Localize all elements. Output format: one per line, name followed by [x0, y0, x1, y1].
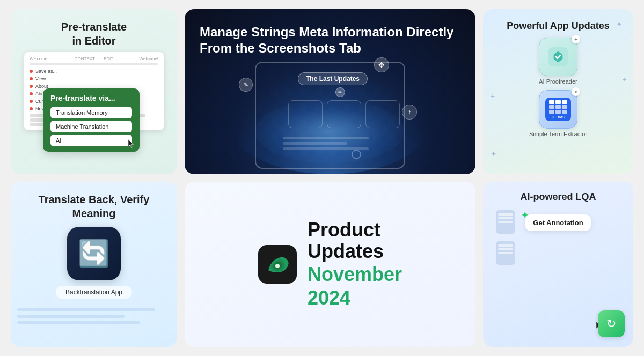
powerful-title: Powerful App Updates — [507, 20, 609, 32]
proofreader-icon — [546, 45, 570, 69]
cursor-icon — [128, 139, 135, 149]
app-terms-col: TERMS ✦ Simple Term Extractor — [529, 90, 587, 137]
terms-icon: TERMS — [545, 98, 571, 121]
main-container: Pre-translate in Editor Welcome! CONTEXT… — [11, 9, 633, 347]
pt2: Updates — [308, 240, 384, 262]
main-title: Manage Strings Meta Information Directly… — [200, 24, 460, 56]
pretranslate-title: Pre-translate in Editor — [11, 9, 177, 48]
main-text: Manage Strings Meta Information Directly… — [185, 9, 475, 56]
edit-icon: ✎ — [239, 78, 253, 92]
ui-box-1 — [288, 100, 323, 128]
translate-label: Backtranslation App — [56, 286, 132, 299]
lqa-doc-2 — [496, 241, 515, 265]
lqa-title: AI-powered LQA — [520, 191, 596, 203]
dropdown-title: Pre-translate via... — [50, 94, 132, 102]
card-lqa: AI-powered LQA ✦ Get Annotation — [483, 182, 633, 347]
dropdown-item-mt[interactable]: Machine Translation — [50, 121, 132, 132]
proofreader-plus: ✦ — [572, 35, 580, 43]
app-proofreader-box: ✦ — [539, 38, 577, 76]
sparkle-tr: ✦ — [616, 20, 623, 28]
bg-lines — [11, 304, 177, 347]
dropdown-item-ai[interactable]: AI — [50, 135, 132, 146]
app-proofreader-col: ✦ AI Proofreader — [539, 38, 577, 85]
ui-inner-boxes — [288, 100, 400, 128]
sparkle-ml: + — [491, 92, 495, 100]
move-icon: ✥ — [374, 57, 389, 72]
sparkle-bl: ✦ — [491, 150, 497, 158]
card-powerful: Powerful App Updates ✦ ✦ + + ✦ AI Proofr… — [483, 9, 633, 174]
translate-icon: 🔄 — [67, 227, 121, 280]
edit-dot: ✏ — [335, 87, 345, 97]
terms-plus: ✦ — [572, 87, 580, 96]
sparkle-green: ✦ — [521, 210, 528, 220]
card-pretranslate: Pre-translate in Editor Welcome! CONTEXT… — [11, 9, 177, 174]
lqa-doc-1 — [496, 210, 515, 234]
pt1: Product — [308, 219, 380, 241]
ui-box-2 — [327, 100, 361, 128]
ui-lines — [283, 137, 390, 153]
app-terms-box: TERMS ✦ — [539, 90, 577, 129]
ui-oval — [352, 150, 361, 159]
dropdown-item-tm[interactable]: Translation Memory — [50, 107, 132, 118]
pt4: 2024 — [308, 287, 350, 309]
lqa-refresh-icon: ↻ — [598, 310, 625, 337]
translate-title: Translate Back, Verify Meaning — [19, 192, 169, 220]
card-main: Manage Strings Meta Information Directly… — [185, 9, 475, 174]
dropdown-popup: Pre-translate via... Translation Memory … — [43, 88, 140, 152]
card-product: Product Updates November 2024 — [185, 182, 475, 347]
globe-container: ✏ The Last Updates ✥ — [185, 56, 475, 174]
sparkle-mr: + — [623, 75, 627, 84]
ui-line-2 — [283, 142, 347, 145]
terms-text: TERMS — [551, 115, 566, 119]
svg-point-1 — [275, 264, 280, 268]
terms-label: Simple Term Extractor — [529, 131, 587, 137]
annotation-box[interactable]: ✦ Get Annotation — [525, 214, 590, 231]
ui-mockup: ✏ The Last Updates ✥ — [239, 62, 421, 174]
ui-line-1 — [283, 137, 369, 139]
proofreader-label: AI Proofreader — [539, 78, 577, 85]
product-text: Product Updates November 2024 — [308, 219, 402, 309]
ui-box-3 — [365, 100, 400, 128]
lqa-content: ✦ Get Annotation ↻ — [492, 210, 625, 337]
pt3: November — [308, 263, 402, 285]
card-translate: Translate Back, Verify Meaning 🔄 Backtra… — [11, 182, 177, 347]
crowdin-logo — [258, 245, 297, 284]
ui-tag: The Last Updates — [298, 72, 368, 85]
upload-icon: ↑ — [402, 105, 417, 120]
lqa-docs — [496, 210, 515, 265]
